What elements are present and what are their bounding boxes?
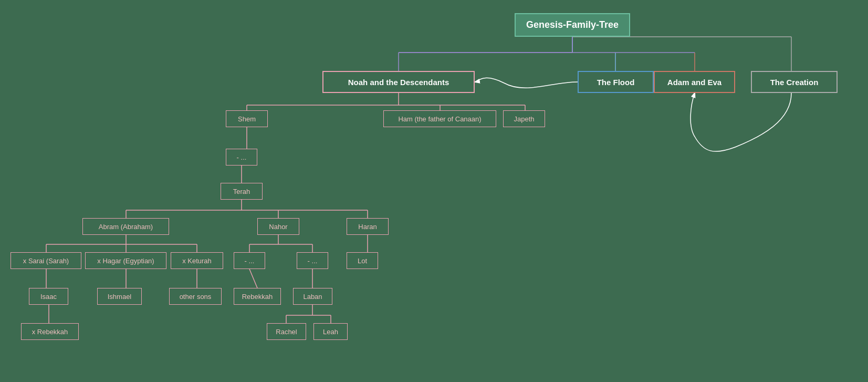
rachel-node[interactable]: Rachel — [267, 323, 306, 340]
ellipsis1-node[interactable]: - ... — [226, 149, 257, 166]
ham-node[interactable]: Ham (the father of Canaan) — [383, 110, 496, 127]
laban-node[interactable]: Laban — [293, 288, 332, 305]
ellipsis1-label: - ... — [237, 153, 247, 161]
xrebekkah-node[interactable]: x Rebekkah — [21, 323, 79, 340]
keturah-node[interactable]: x Keturah — [171, 252, 223, 269]
ellipsis3-label: - ... — [308, 257, 318, 265]
shem-node[interactable]: Shem — [226, 110, 268, 127]
creation-node[interactable]: The Creation — [751, 71, 838, 93]
adam-node[interactable]: Adam and Eva — [654, 71, 735, 93]
othersons-label: other sons — [180, 293, 212, 301]
lot-label: Lot — [358, 257, 367, 265]
flood-node[interactable]: The Flood — [578, 71, 654, 93]
ellipsis3-node[interactable]: - ... — [297, 252, 328, 269]
laban-label: Laban — [303, 293, 322, 301]
rebekkah-node[interactable]: Rebekkah — [234, 288, 281, 305]
noah-node[interactable]: Noah and the Descendants — [322, 71, 475, 93]
japeth-label: Japeth — [514, 115, 534, 123]
terah-label: Terah — [233, 188, 250, 195]
creation-label: The Creation — [770, 78, 819, 87]
shem-label: Shem — [238, 115, 256, 123]
root-node[interactable]: Genesis-Family-Tree — [515, 13, 630, 37]
othersons-node[interactable]: other sons — [169, 288, 222, 305]
sarai-node[interactable]: x Sarai (Sarah) — [11, 252, 81, 269]
noah-label: Noah and the Descendants — [348, 78, 449, 87]
hagar-node[interactable]: x Hagar (Egyptian) — [85, 252, 166, 269]
lot-node[interactable]: Lot — [347, 252, 378, 269]
keturah-label: x Keturah — [182, 257, 212, 265]
leah-node[interactable]: Leah — [313, 323, 348, 340]
rebekkah-label: Rebekkah — [242, 293, 273, 301]
flood-label: The Flood — [597, 78, 635, 87]
svg-line-35 — [249, 269, 257, 288]
leah-label: Leah — [323, 328, 338, 336]
sarai-label: x Sarai (Sarah) — [23, 257, 69, 265]
rachel-label: Rachel — [276, 328, 297, 336]
japeth-node[interactable]: Japeth — [503, 110, 545, 127]
root-label: Genesis-Family-Tree — [526, 19, 619, 30]
abram-label: Abram (Abraham) — [99, 223, 153, 231]
xrebekkah-label: x Rebekkah — [32, 328, 68, 336]
isaac-node[interactable]: Isaac — [29, 288, 68, 305]
nahor-node[interactable]: Nahor — [257, 218, 299, 235]
tree-container: Genesis-Family-Tree Noah and the Descend… — [0, 0, 868, 382]
nahor-label: Nahor — [269, 223, 287, 231]
ellipsis2-node[interactable]: - ... — [234, 252, 265, 269]
isaac-label: Isaac — [40, 293, 57, 301]
haran-label: Haran — [358, 223, 377, 231]
adam-label: Adam and Eva — [667, 78, 721, 87]
ham-label: Ham (the father of Canaan) — [398, 115, 481, 123]
connector-lines — [0, 0, 868, 382]
terah-node[interactable]: Terah — [221, 183, 263, 200]
hagar-label: x Hagar (Egyptian) — [97, 257, 154, 265]
ishmael-label: Ishmael — [108, 293, 132, 301]
haran-node[interactable]: Haran — [347, 218, 389, 235]
ellipsis2-label: - ... — [245, 257, 255, 265]
ishmael-node[interactable]: Ishmael — [97, 288, 142, 305]
abram-node[interactable]: Abram (Abraham) — [82, 218, 169, 235]
